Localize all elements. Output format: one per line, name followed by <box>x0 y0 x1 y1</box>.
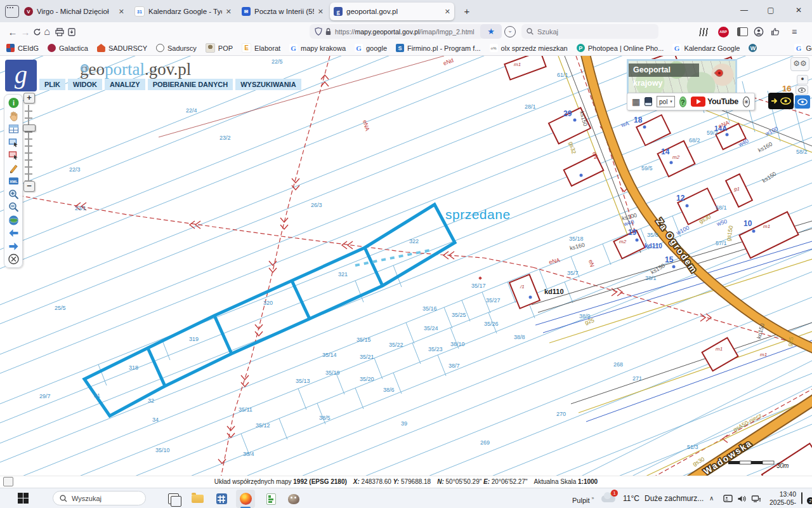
select-area-red-icon[interactable] <box>8 149 20 161</box>
new-tab-button[interactable]: + <box>459 4 475 19</box>
bookmark-item[interactable]: GKalendarz Google <box>672 44 740 52</box>
tab-geoportal-active[interactable]: g geoportal.gov.pl ✕ <box>330 3 454 20</box>
zoom-slider-track[interactable] <box>25 105 32 181</box>
libreoffice-calc-button[interactable] <box>261 490 280 508</box>
tab-close-icon[interactable]: ✕ <box>318 8 324 16</box>
zoom-in-icon[interactable] <box>8 189 20 200</box>
layers-grid-icon[interactable]: ▦ <box>632 97 640 106</box>
next-view-icon[interactable] <box>8 241 20 252</box>
bookmark-item[interactable]: Ggoogle <box>355 44 387 52</box>
menu-widok[interactable]: WIDOK <box>68 79 102 90</box>
calculator-button[interactable] <box>212 490 231 508</box>
bookmark-star-icon[interactable]: ★ <box>480 24 502 39</box>
language-select[interactable]: pol▾ <box>657 96 675 107</box>
cadastral-map[interactable]: sprzedane22/522/423/222/323/126/325/529/… <box>0 56 812 488</box>
menu-analizy[interactable]: ANALIZY <box>105 79 145 90</box>
tracking-shield-icon[interactable] <box>315 27 322 36</box>
window-close-button[interactable]: ✕ <box>785 0 812 20</box>
hidden-icons-chevron[interactable]: ∧ <box>709 488 714 508</box>
geoportal-logo[interactable]: g <box>5 60 37 91</box>
weather-temperature[interactable]: 11°C <box>623 488 639 508</box>
bookmark-item[interactable]: Sadurscy <box>156 44 197 52</box>
small-marker-button[interactable]: ● <box>797 75 808 84</box>
start-button[interactable] <box>18 493 29 504</box>
address-number: 15 <box>665 255 674 264</box>
tab-virgo[interactable]: V Virgo - Michał Dzięcioł ✕ <box>20 3 128 20</box>
composition-icon[interactable] <box>645 97 652 106</box>
zoom-in-button[interactable]: + <box>23 93 35 104</box>
bookmark-item[interactable]: o%olx sprzedz mieszkan <box>490 44 568 52</box>
geoportal-map-viewport[interactable]: sprzedane22/522/423/222/323/126/325/529/… <box>0 56 812 488</box>
bookmark-item[interactable]: W <box>749 44 760 52</box>
menu-hamburger-icon[interactable]: ≡ <box>787 24 802 39</box>
zoom-out-button[interactable]: − <box>23 181 35 192</box>
menu-plik[interactable]: PLIK <box>39 79 65 90</box>
task-view-button[interactable] <box>164 490 183 508</box>
tab-close-icon[interactable]: ✕ <box>445 8 450 16</box>
tab-calendar[interactable]: 31 Kalendarz Google - Tydzień, w I ✕ <box>131 3 235 20</box>
tab-close-icon[interactable]: ✕ <box>119 8 124 16</box>
adblock-icon[interactable]: ABP <box>716 24 731 39</box>
tab-close-icon[interactable]: ✕ <box>226 8 232 16</box>
help-icon[interactable]: ? <box>679 97 686 107</box>
thumbs-up-icon[interactable] <box>768 24 783 39</box>
bookmark-item[interactable]: SFirmino.pl - Program f... <box>396 44 481 52</box>
previous-view-icon[interactable] <box>8 227 20 239</box>
zoom-out-icon[interactable] <box>8 201 20 213</box>
pocket-icon[interactable]: ⌄ <box>504 26 516 37</box>
menu-pobieranie-danych[interactable]: POBIERANIE DANYCH <box>148 79 233 90</box>
gimp-button[interactable] <box>284 490 303 508</box>
parcel-label: ks150 <box>650 262 666 276</box>
volume-tray-icon[interactable] <box>736 493 747 504</box>
account-icon[interactable] <box>751 24 766 39</box>
parcel-label: 22/5 <box>272 58 283 65</box>
library-icon[interactable] <box>697 24 712 39</box>
notification-center-button[interactable]: 2 <box>801 493 812 502</box>
tab-mail[interactable]: ✉ Poczta w Interii (55) ✕ <box>238 3 327 20</box>
show-layers-eye-button[interactable] <box>795 95 810 109</box>
bookmark-item[interactable]: GGoogle.pl <box>794 44 812 52</box>
bookmark-item[interactable]: EElaborat <box>242 43 280 53</box>
weather-icon[interactable]: 1 <box>601 491 618 504</box>
save-page-icon[interactable] <box>64 24 79 39</box>
attributes-table-icon[interactable] <box>8 123 20 135</box>
firefox-view-button[interactable] <box>5 5 19 18</box>
info-icon[interactable]: i <box>8 97 20 109</box>
pan-hand-icon[interactable] <box>8 110 20 122</box>
bookmark-item[interactable]: Gmapy krakowa <box>289 44 346 52</box>
window-minimize-button[interactable]: — <box>731 0 757 20</box>
draw-measure-icon[interactable] <box>8 163 20 174</box>
taskbar-search-box[interactable]: Wyszukaj <box>53 491 146 505</box>
teams-tray-icon[interactable] <box>722 493 733 504</box>
url-bar[interactable]: https://mapy.geoportal.gov.pl/imap/Imgp_… <box>310 24 485 39</box>
bookmark-item[interactable]: SADURSCY <box>97 44 147 52</box>
settings-gears-icon[interactable]: ⚙⚙ <box>790 57 809 71</box>
search-bar[interactable]: Szukaj <box>521 24 658 39</box>
svg-text:i: i <box>12 99 14 107</box>
bookmark-item[interactable]: CEIdG <box>6 44 39 52</box>
highlighted-parcels-outline[interactable] <box>84 204 455 416</box>
network-tray-icon[interactable] <box>750 493 762 504</box>
full-extent-globe-icon[interactable] <box>8 215 20 226</box>
desktop-toolbar[interactable]: Pulpit » <box>572 488 594 508</box>
bookmark-item[interactable]: Galactica <box>48 44 88 52</box>
sidebar-icon[interactable] <box>735 24 750 39</box>
window-maximize-button[interactable]: ▢ <box>757 0 784 20</box>
xml-data-icon[interactable]: XML <box>8 175 20 187</box>
zoom-slider-handle[interactable] <box>23 124 36 131</box>
clear-selection-icon[interactable] <box>8 253 20 265</box>
bookmark-item[interactable]: PPhotopea | Online Pho... <box>577 44 664 52</box>
restore-map-icon[interactable] <box>3 477 13 486</box>
select-area-blue-icon[interactable] <box>8 137 20 148</box>
menu-wyszukiwania[interactable]: WYSZUKIWANIA <box>235 79 301 90</box>
visibility-toggle-button[interactable] <box>768 93 794 109</box>
small-eye-button[interactable] <box>796 85 808 95</box>
file-explorer-button[interactable] <box>188 490 207 508</box>
helm-wheel-icon[interactable]: ✳ <box>743 97 750 107</box>
bookmark-item[interactable]: POP <box>206 43 233 53</box>
firefox-button[interactable] <box>236 490 255 508</box>
taskbar-clock[interactable]: 13:40 2025-05-08 <box>763 490 796 508</box>
weather-description[interactable]: Duże zachmurz... <box>645 488 704 508</box>
youtube-link[interactable]: YouTube <box>691 97 738 107</box>
address-number: 18 <box>634 116 643 124</box>
